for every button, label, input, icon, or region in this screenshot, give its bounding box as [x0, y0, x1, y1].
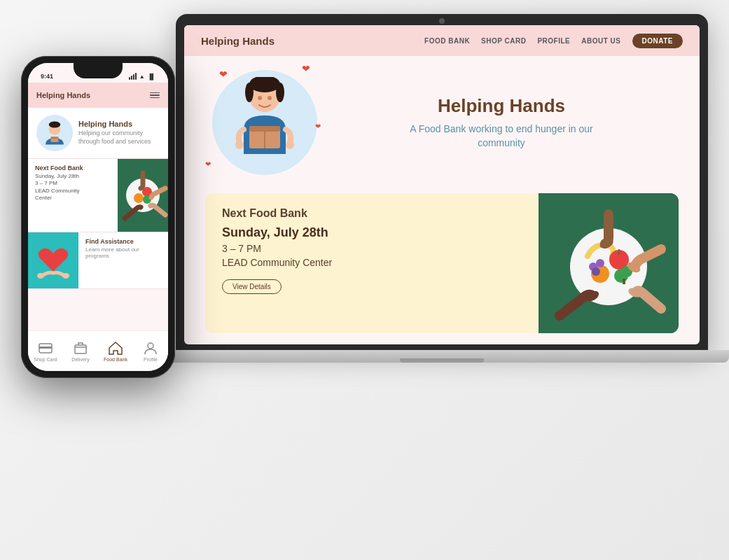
svg-point-3 [276, 83, 284, 102]
heart-decor-1: ❤ [219, 69, 228, 80]
website-nav: Helping Hands FOOD BANK SHOP CARD PROFIL… [184, 25, 700, 56]
foodbank-info: Next Food Bank Sunday, July 28th 3 – 7 P… [205, 193, 539, 333]
svg-point-20 [596, 259, 604, 267]
phone-notch [74, 63, 123, 78]
view-details-button[interactable]: View Details [222, 279, 282, 294]
website: Helping Hands FOOD BANK SHOP CARD PROFIL… [184, 25, 700, 344]
foodbank-label: Next Food Bank [222, 207, 522, 220]
hamburger-menu[interactable] [150, 92, 160, 99]
phone-screen: 9:41 ▲ ▐▌ Helping Hands [28, 63, 168, 371]
phone-assist-svg [28, 232, 78, 288]
phone-body: 9:41 ▲ ▐▌ Helping Hands [21, 56, 175, 378]
foodbank-location: LEAD Community Center [222, 257, 522, 268]
svg-rect-40 [39, 346, 52, 349]
phone-avatar-illustration [38, 116, 71, 150]
phone-fb-date: Sunday, July 28th [35, 173, 111, 180]
nav-brand: Helping Hands [201, 35, 275, 47]
nav-links: FOOD BANK SHOP CARD PROFILE ABOUT US DON… [424, 34, 683, 48]
phone-hero-subtitle: Helping our community through food and s… [78, 130, 160, 146]
svg-point-28 [49, 121, 61, 127]
svg-rect-18 [623, 279, 625, 284]
svg-point-9 [258, 96, 262, 100]
foodbank-date: Sunday, July 28th [222, 225, 522, 240]
food-illustration [539, 193, 679, 333]
laptop: Helping Hands FOOD BANK SHOP CARD PROFIL… [176, 14, 708, 378]
phone-hero-card: Helping Hands Helping our community thro… [28, 108, 168, 159]
svg-point-34 [134, 193, 144, 203]
svg-point-42 [148, 343, 153, 349]
hero-title: Helping Hands [338, 95, 665, 117]
nav-shop-card-label: Shop Card [34, 357, 57, 362]
nav-profile[interactable]: PROFILE [537, 37, 570, 45]
hero-illustration: ❤ ❤ ❤ ❤ [205, 63, 324, 182]
svg-point-38 [62, 273, 69, 279]
svg-rect-14 [618, 249, 620, 255]
laptop-base [155, 350, 729, 363]
nav-food-bank-label: Food Bank [104, 357, 127, 362]
laptop-body: Helping Hands FOOD BANK SHOP CARD PROFIL… [176, 14, 708, 350]
box-icon [73, 340, 88, 356]
foodbank-card: Next Food Bank Sunday, July 28th 3 – 7 P… [205, 193, 679, 333]
svg-point-21 [592, 267, 600, 276]
phone-fb-location: LEAD CommunityCenter [35, 188, 111, 202]
nav-food-bank[interactable]: FOOD BANK [424, 37, 470, 45]
laptop-camera [439, 18, 445, 24]
heart-decor-3: ❤ [205, 160, 211, 168]
hero-subtitle: A Food Bank working to end hunger in our… [396, 122, 606, 150]
nav-profile-label: Profile [144, 357, 158, 362]
phone-fb-card[interactable]: Next Food Bank Sunday, July 28th 3 – 7 P… [28, 159, 168, 232]
phone-nav-shop-card[interactable]: Shop Card [28, 340, 63, 362]
phone-assist-image [28, 232, 78, 288]
phone-status-icons: ▲ ▐▌ [129, 73, 155, 80]
person-icon [143, 340, 158, 356]
phone: 9:41 ▲ ▐▌ Helping Hands [21, 56, 175, 378]
person-svg [223, 77, 307, 168]
hero-section: ❤ ❤ ❤ ❤ Helping Hands A Food Bank workin… [205, 63, 679, 182]
phone-nav-profile[interactable]: Profile [133, 340, 168, 362]
phone-nav-food-bank[interactable]: Food Bank [98, 340, 133, 362]
foodbank-time: 3 – 7 PM [222, 243, 522, 254]
home-icon [108, 340, 123, 356]
phone-fb-title: Next Food Bank [35, 164, 111, 172]
svg-point-2 [245, 83, 254, 102]
heart-decor-2: ❤ [302, 63, 310, 74]
donate-button[interactable]: DONATE [632, 34, 683, 48]
laptop-screen: Helping Hands FOOD BANK SHOP CARD PROFIL… [184, 25, 700, 344]
battery-icon: ▐▌ [148, 74, 155, 80]
phone-content: Helping Hands Helping our community thro… [28, 108, 168, 330]
svg-rect-30 [50, 137, 58, 139]
phone-hero-text: Helping Hands Helping our community thro… [78, 120, 160, 146]
phone-assist-card[interactable]: Find Assistance Learn more about our pro… [28, 232, 168, 289]
phone-fb-image [118, 159, 168, 232]
svg-point-37 [37, 273, 44, 279]
foodbank-image [539, 193, 679, 333]
svg-point-8 [286, 141, 294, 149]
phone-assist-title: Find Assistance [85, 238, 161, 245]
nav-about-us[interactable]: ABOUT US [581, 37, 620, 45]
phone-hero-title: Helping Hands [78, 120, 160, 128]
website-main: ❤ ❤ ❤ ❤ Helping Hands A Food Bank workin… [184, 56, 700, 344]
card-icon [38, 340, 53, 356]
svg-point-10 [268, 96, 272, 100]
heart-decor-4: ❤ [315, 122, 321, 130]
phone-assist-text: Find Assistance Learn more about our pro… [78, 232, 168, 288]
phone-hero-avatar [36, 115, 73, 151]
nav-delivery-label: Delivery [71, 357, 89, 362]
hero-text: Helping Hands A Food Bank working to end… [324, 95, 679, 150]
phone-nav-title: Helping Hands [36, 91, 90, 99]
phone-time: 9:41 [41, 73, 53, 80]
phone-nav-bar: Helping Hands [28, 83, 168, 108]
hero-circle [212, 70, 317, 175]
svg-rect-41 [75, 345, 86, 354]
phone-fb-time: 3 – 7 PM [35, 180, 111, 187]
signal-bars [129, 73, 137, 80]
phone-food-svg [118, 159, 168, 229]
phone-bottom-nav: Shop Card Delivery [28, 330, 168, 371]
phone-nav-delivery[interactable]: Delivery [63, 340, 98, 362]
phone-fb-text: Next Food Bank Sunday, July 28th 3 – 7 P… [28, 159, 118, 232]
nav-shop-card[interactable]: SHOP CARD [481, 37, 526, 45]
phone-assist-subtitle: Learn more about our programs [85, 246, 161, 259]
svg-point-7 [235, 141, 244, 149]
wifi-icon: ▲ [139, 74, 145, 80]
